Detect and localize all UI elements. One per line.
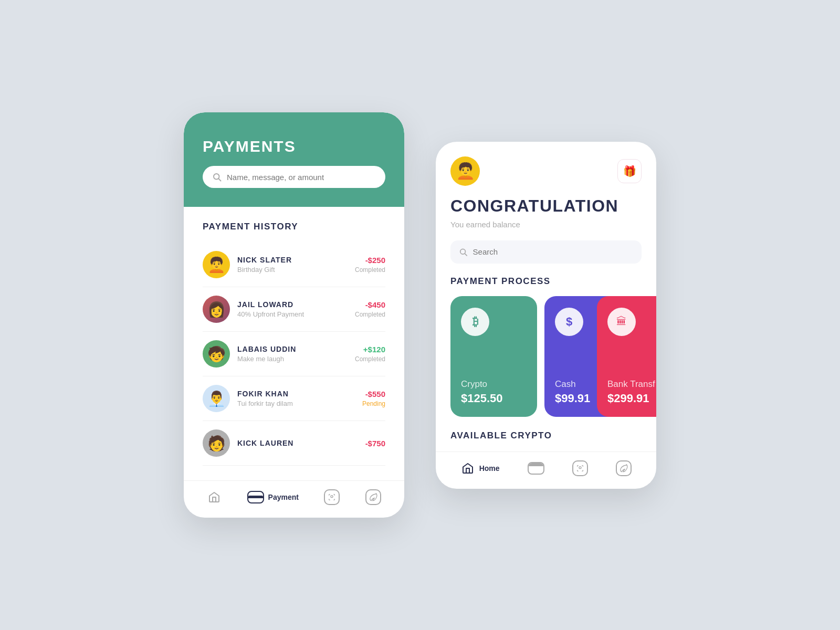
item-name-5: KICK LAUREN (237, 439, 358, 447)
search-bar-left[interactable] (203, 166, 385, 188)
amount-2: -$450 (355, 300, 385, 309)
avatar-5: 🧑 (203, 429, 230, 457)
bank-amount: $299.91 (607, 392, 656, 405)
nav-scan-right[interactable] (572, 460, 588, 476)
left-phone: PAYMENTS PAYMENT HISTORY 🧑‍🦱 NICK SLATER… (184, 112, 404, 518)
status-3: Completed (355, 355, 385, 363)
right-top-bar: 🧑‍🦱 🎁 (436, 142, 656, 186)
svg-line-1 (218, 178, 220, 181)
search-icon (212, 172, 222, 182)
nav-scan-left[interactable] (324, 489, 340, 505)
nav-leaf-right[interactable] (616, 460, 632, 476)
search-bar-right[interactable] (450, 240, 642, 264)
nav-payment-label: Payment (268, 493, 299, 501)
payment-item-5[interactable]: 🧑 KICK LAUREN -$750 (203, 421, 385, 466)
home-icon (207, 490, 222, 505)
avatar-3: 🧒 (203, 340, 230, 368)
right-phone: 🧑‍🦱 🎁 CONGRATULATION You earned balance … (436, 142, 656, 489)
scan-icon-right (572, 460, 588, 476)
status-1: Completed (355, 266, 385, 274)
leaf-icon-right (616, 460, 632, 476)
right-content: CONGRATULATION You earned balance PAYMEN… (436, 186, 656, 452)
crypto-label: Crypto (461, 379, 527, 390)
gift-button[interactable]: 🎁 (617, 159, 642, 183)
left-header: PAYMENTS (184, 112, 404, 207)
bank-icon: 🏛 (607, 308, 636, 336)
left-bottom-nav: Payment (184, 480, 404, 518)
leaf-icon (365, 489, 381, 505)
nav-home-label: Home (479, 464, 500, 472)
payment-item-1[interactable]: 🧑‍🦱 NICK SLATER Birthday Gift -$250 Comp… (203, 243, 385, 287)
nav-home-right[interactable]: Home (460, 461, 500, 476)
status-4: Pending (362, 400, 385, 407)
process-cards: ₿ Crypto $125.50 $ Cash $99.91 🏛 Bank Tr… (450, 296, 642, 417)
item-desc-2: 40% Upfront Payment (237, 310, 348, 318)
crypto-icon: ₿ (461, 308, 489, 336)
payment-item-2[interactable]: 👩 JAIL LOWARD 40% Upfront Payment -$450 … (203, 287, 385, 332)
congrats-subtitle: You earned balance (450, 220, 642, 229)
bank-label: Bank Transf (607, 379, 656, 390)
payments-title: PAYMENTS (203, 138, 385, 155)
item-name-3: LABAIS UDDIN (237, 345, 348, 353)
svg-line-4 (465, 254, 467, 256)
face-scan-icon (324, 489, 340, 505)
user-avatar: 🧑‍🦱 (450, 156, 480, 186)
payment-process-title: PAYMENT PROCESS (450, 276, 642, 287)
nav-payment-right[interactable] (528, 462, 544, 475)
payment-item-3[interactable]: 🧒 LABAIS UDDIN Make me laugh +$120 Compl… (203, 332, 385, 376)
search-input-left[interactable] (227, 173, 376, 182)
payment-history-title: PAYMENT HISTORY (203, 222, 385, 232)
item-name-1: NICK SLATER (237, 256, 348, 264)
item-desc-4: Tui forkir tay dilam (237, 400, 355, 407)
search-input-right[interactable] (473, 247, 633, 256)
amount-1: -$250 (355, 256, 385, 265)
item-desc-1: Birthday Gift (237, 266, 348, 274)
amount-5: -$750 (365, 439, 385, 448)
right-bottom-nav: Home (436, 452, 656, 489)
available-crypto-title: AVAILABLE CRYPTO (450, 430, 642, 441)
item-name-2: JAIL LOWARD (237, 300, 348, 309)
avatar-1: 🧑‍🦱 (203, 251, 230, 278)
avatar-4: 👨‍💼 (203, 385, 230, 412)
nav-leaf-left[interactable] (365, 489, 381, 505)
cash-icon: $ (555, 308, 583, 336)
nav-payment-left[interactable]: Payment (247, 491, 299, 503)
crypto-amount: $125.50 (461, 392, 527, 405)
congrats-title: CONGRATULATION (450, 196, 642, 216)
status-2: Completed (355, 311, 385, 318)
left-body: PAYMENT HISTORY 🧑‍🦱 NICK SLATER Birthday… (184, 207, 404, 480)
payment-card-icon (247, 491, 264, 503)
item-name-4: FOKIR KHAN (237, 390, 355, 398)
search-icon-right (459, 247, 468, 257)
bank-card-peek[interactable]: 🏛 Bank Transf $299.91 (597, 296, 656, 417)
svg-point-2 (331, 496, 333, 498)
amount-4: -$550 (362, 390, 385, 398)
home-icon-right (460, 461, 475, 476)
payment-item-4[interactable]: 👨‍💼 FOKIR KHAN Tui forkir tay dilam -$55… (203, 376, 385, 421)
nav-home-left[interactable] (207, 490, 222, 505)
amount-3: +$120 (355, 345, 385, 354)
item-desc-3: Make me laugh (237, 355, 348, 363)
card-icon-right (528, 462, 544, 475)
svg-point-5 (579, 466, 581, 468)
crypto-card[interactable]: ₿ Crypto $125.50 (450, 296, 537, 417)
avatar-2: 👩 (203, 296, 230, 323)
